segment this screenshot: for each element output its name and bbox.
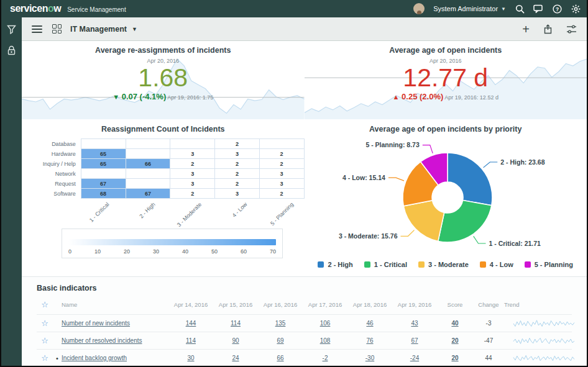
heatmap-cell[interactable]: 3 — [259, 169, 304, 179]
heatmap-cell[interactable]: 65 — [81, 149, 126, 159]
heatmap-cell[interactable]: 3 — [170, 169, 215, 179]
donut-callout-label: 4 - Low: 15.14 — [342, 174, 385, 181]
heatmap-cell[interactable]: 2 — [259, 149, 304, 159]
indicator-value-link[interactable]: 114 — [186, 337, 196, 344]
indicator-score-link[interactable]: 20 — [451, 355, 458, 361]
menu-icon[interactable] — [32, 25, 42, 33]
search-icon[interactable] — [515, 4, 525, 14]
heatmap-cell[interactable]: 2 — [170, 159, 215, 169]
heatmap-cell[interactable]: 66 — [126, 159, 170, 169]
kpi-previous: Apr 19, 2016: 12.52 d — [444, 94, 498, 101]
star-icon[interactable]: ☆ — [37, 336, 53, 345]
colorbar-tick: 60 — [241, 248, 247, 255]
indicator-value-link[interactable]: 114 — [231, 320, 241, 327]
indicator-value-link[interactable]: 135 — [275, 320, 286, 327]
legend-label: 4 - Low — [490, 261, 513, 268]
indicator-value-link[interactable]: 24 — [232, 355, 239, 361]
indicator-value-link[interactable]: 108 — [320, 337, 331, 344]
indicator-value-link[interactable]: -24 — [410, 355, 419, 361]
dashboard-toolbar: IT Management ▼ + — [22, 17, 587, 41]
heatmap-cell[interactable]: 2 — [215, 139, 260, 149]
donut-callout-line — [422, 145, 432, 153]
heatmap-cell[interactable]: 2 — [215, 179, 260, 189]
indicator-score-link[interactable]: 20 — [451, 337, 458, 344]
indicator-score-link[interactable]: 40 — [451, 320, 458, 327]
heatmap-cell[interactable]: 3 — [170, 179, 215, 189]
indicator-change: -47 — [473, 337, 504, 344]
star-icon[interactable]: ☆ — [37, 319, 53, 328]
legend-item[interactable]: 3 - Moderate — [418, 261, 469, 268]
indicator-name-link[interactable]: Number of new incidents — [62, 320, 168, 327]
donut-callout-label: 3 - Moderate: 15.76 — [338, 232, 397, 240]
donut-slice[interactable] — [438, 201, 491, 243]
indicator-value-link[interactable]: 30 — [187, 355, 194, 361]
indicator-value-link[interactable]: -2 — [323, 355, 328, 361]
product-name: Service Management — [67, 6, 126, 13]
legend-item[interactable]: 4 - Low — [480, 261, 513, 268]
heatmap-row-label: Inquiry / Help — [37, 159, 81, 169]
indicator-value-link[interactable]: 90 — [232, 337, 239, 344]
indicator-value-link[interactable]: 69 — [277, 337, 283, 344]
indicator-value-link[interactable]: 46 — [366, 320, 373, 327]
heatmap-cell[interactable]: 2 — [259, 189, 304, 199]
user-menu[interactable]: System Administrator▼ — [433, 5, 506, 12]
legend-item[interactable]: 2 - High — [318, 261, 352, 268]
dashboard-picker[interactable]: IT Management ▼ — [70, 25, 137, 34]
indicator-value-link[interactable]: 76 — [366, 337, 373, 344]
indicator-value-link[interactable]: 43 — [411, 320, 418, 327]
legend-item[interactable]: 5 - Planning — [525, 261, 573, 268]
kpi-card-reassignments[interactable]: Average re-assignments of incidents Apr … — [22, 41, 305, 119]
filter-settings-icon[interactable] — [566, 25, 577, 34]
heatmap-cell[interactable]: 3 — [259, 179, 304, 189]
indicator-value-link[interactable]: 66 — [277, 355, 283, 361]
lock-icon[interactable] — [7, 45, 16, 55]
trend-sparkline — [513, 334, 575, 347]
heatmap-cell — [259, 139, 304, 149]
heatmap-cell[interactable]: 65 — [81, 159, 126, 169]
donut-callout-label: 1 - Critical: 21.71 — [489, 240, 541, 247]
star-icon[interactable]: ☆ — [37, 353, 53, 363]
legend-item[interactable]: 1 - Critical — [364, 261, 407, 268]
app-window: servicenow Service Management System Adm… — [0, 0, 588, 367]
heatmap-x-label: 2 - High — [139, 201, 157, 219]
heatmap-cell[interactable]: 3 — [215, 189, 260, 199]
donut-chart: 2 - High: 23.681 - Critical: 21.713 - Mo… — [305, 134, 587, 261]
heatmap-cell[interactable]: 67 — [126, 189, 170, 199]
colorbar-tick: 0 — [68, 248, 71, 255]
colorbar-tick: 30 — [153, 248, 159, 255]
chevron-down-icon: ▼ — [132, 26, 137, 32]
dashboard-grid-icon[interactable] — [52, 24, 62, 34]
indicator-value-link[interactable]: 106 — [320, 320, 331, 327]
colorbar-tick: 10 — [94, 248, 101, 255]
chat-icon[interactable] — [533, 4, 543, 14]
heatmap-cell — [126, 139, 170, 149]
heatmap-cell[interactable]: 67 — [81, 179, 126, 189]
heatmap-cell[interactable]: 68 — [81, 189, 126, 199]
kpi-value: 12.77 d — [305, 65, 587, 91]
kpi-card-open-incident-age[interactable]: Average age of open incidents Apr 20, 20… — [305, 41, 587, 119]
heatmap-cell[interactable]: 2 — [259, 159, 304, 169]
heatmap-cell[interactable]: 3 — [215, 149, 260, 159]
help-icon[interactable]: ? — [552, 4, 562, 14]
add-widget-button[interactable]: + — [522, 23, 530, 35]
indicator-value-link[interactable]: 67 — [411, 337, 418, 344]
gear-icon[interactable] — [571, 4, 581, 14]
indicator-row: ☆Number of new incidents1441141351064643… — [37, 314, 572, 332]
avatar[interactable] — [413, 3, 425, 14]
indicator-name-link[interactable]: Number of resolved incidents — [62, 337, 168, 344]
heatmap-cell[interactable]: 3 — [170, 149, 215, 159]
donut-slice[interactable] — [448, 153, 492, 206]
heatmap-x-label: 5 - Planning — [269, 201, 295, 227]
indicator-value-link[interactable]: -30 — [365, 355, 374, 361]
indicator-value-link[interactable]: 144 — [186, 320, 196, 327]
kpi-title: Average re-assignments of incidents — [22, 46, 305, 55]
heatmap-cell[interactable]: 2 — [170, 189, 215, 199]
heatmap-cell[interactable]: 2 — [215, 159, 260, 169]
indicator-trend — [504, 334, 575, 347]
filter-icon[interactable] — [7, 25, 16, 34]
heatmap-cell — [126, 179, 170, 189]
heatmap-cell[interactable]: 2 — [215, 169, 260, 179]
indicator-name-link[interactable]: Incident backlog growth — [62, 355, 168, 361]
share-icon[interactable] — [543, 24, 553, 34]
breakdown-dot-icon[interactable]: • — [53, 355, 62, 362]
